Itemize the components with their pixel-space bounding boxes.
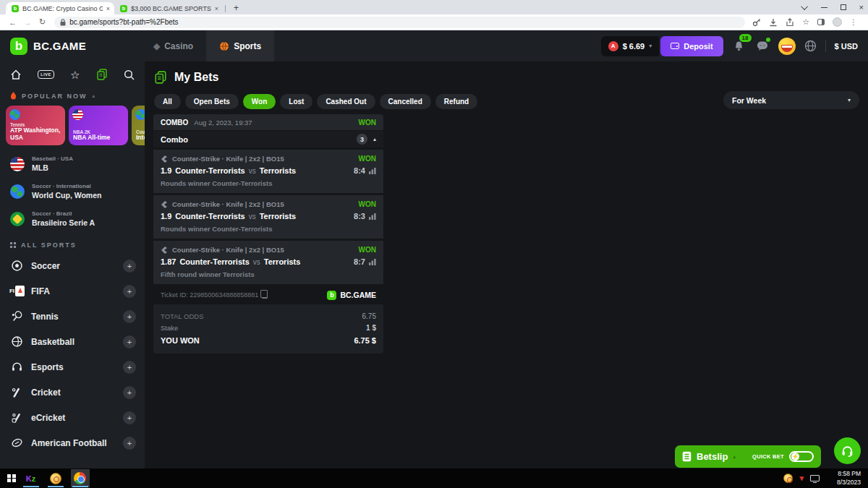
reload-button[interactable]: ↻	[39, 17, 46, 27]
expand-plus-button[interactable]: +	[123, 335, 136, 348]
password-key-icon[interactable]	[752, 18, 761, 27]
browser-profile-avatar[interactable]	[833, 17, 842, 27]
filter-open-bets[interactable]: Open Bets	[185, 94, 239, 109]
app-header: b BC.GAME ◆ Casino Sports A $ 6.69 ▾	[0, 30, 868, 61]
balance-selector[interactable]: A $ 6.69 ▾	[601, 36, 660, 56]
sidebar-item-soccer[interactable]: Soccer +	[0, 253, 145, 278]
expand-plus-button[interactable]: +	[123, 310, 136, 323]
browser-tab-inactive[interactable]: b $3,000 BC.GAME SPORTS PARLA ×	[114, 2, 223, 14]
nav-tab-casino[interactable]: ◆ Casino	[140, 30, 206, 61]
chat-button[interactable]	[755, 40, 770, 51]
tab-close-icon[interactable]: ×	[215, 5, 218, 12]
browser-menu-icon[interactable]: ⋮	[850, 18, 857, 26]
tab-close-icon[interactable]: ×	[106, 5, 110, 12]
nav-tab-sports[interactable]: Sports	[206, 30, 274, 61]
bet-date: Aug 2, 2023, 19:37	[194, 119, 352, 127]
address-bar[interactable]: bc.game/sports?bt-path=%2Fbets	[54, 17, 745, 28]
window-menu-chevron-icon[interactable]	[801, 3, 808, 10]
filter-won[interactable]: Won	[243, 94, 276, 109]
new-tab-button[interactable]: +	[234, 3, 239, 13]
screen: b BC.GAME: Crypto Casino Games × b $3,00…	[0, 0, 868, 488]
sidebar-item-cricket[interactable]: Cricket +	[0, 380, 145, 405]
live-icon[interactable]: LIVE	[38, 70, 54, 79]
taskbar-app-coin[interactable]	[46, 469, 65, 487]
tray-coin-icon[interactable]	[783, 474, 793, 483]
sidebar-item-esports[interactable]: Esports +	[0, 354, 145, 380]
notifications-button[interactable]: 18	[732, 40, 746, 52]
away-team: Terrorists	[260, 166, 297, 175]
filter-cancelled[interactable]: Cancelled	[380, 94, 431, 109]
taskbar-clock[interactable]: 8:58 PM 8/3/2023	[826, 470, 861, 487]
bet-card: COMBO Aug 2, 2023, 19:37 WON Combo 3 ▴ C…	[153, 114, 383, 354]
bet-leg[interactable]: Counter-Strike · Knife | 2x2 | BO15 WON …	[153, 241, 383, 284]
language-globe-icon[interactable]	[804, 40, 817, 52]
card-title: Intel E Maste	[136, 134, 145, 142]
start-button[interactable]	[7, 474, 16, 483]
sidebar-item-basketball[interactable]: Basketball +	[0, 329, 145, 354]
stats-bars-icon[interactable]	[369, 213, 376, 220]
deposit-button[interactable]: Deposit	[660, 36, 723, 56]
taskbar-app-kz[interactable]: Kz	[22, 469, 41, 487]
bet-leg[interactable]: Counter-Strike · Knife | 2x2 | BO15 WON …	[153, 150, 383, 193]
betslip-bar[interactable]: Betslip ▴ QUICK BET ⚡	[675, 445, 821, 468]
expand-plus-button[interactable]: +	[123, 386, 136, 399]
fiat-currency-selector[interactable]: $ USD	[835, 42, 858, 51]
expand-plus-button[interactable]: +	[123, 361, 136, 374]
search-icon[interactable]	[124, 69, 135, 80]
user-avatar[interactable]	[778, 38, 796, 55]
favorites-star-icon[interactable]: ☆	[70, 69, 80, 80]
filter-lost[interactable]: Lost	[280, 94, 312, 109]
balance-value: $ 6.69	[623, 42, 645, 51]
forward-button[interactable]: →	[24, 18, 32, 27]
window-minimize-button[interactable]	[821, 7, 827, 8]
period-dropdown[interactable]: For Week ▾	[723, 91, 859, 109]
main-content: My Bets All Open Bets Won Lost Cashed Ou…	[145, 61, 868, 468]
combo-toggle-row[interactable]: Combo 3 ▴	[153, 131, 383, 147]
back-button[interactable]: ←	[9, 18, 17, 27]
browser-tab-active[interactable]: b BC.GAME: Crypto Casino Games ×	[6, 2, 114, 14]
away-team: Terrorists	[264, 257, 301, 266]
popular-item-world-cup[interactable]: Soccer · International World Cup, Women	[0, 177, 145, 205]
filter-refund[interactable]: Refund	[435, 94, 477, 109]
sport-label: FIFA	[31, 286, 114, 296]
window-restore-button[interactable]	[841, 4, 846, 10]
share-icon[interactable]	[786, 18, 794, 27]
tray-red-icon[interactable]: ▾	[799, 474, 804, 483]
side-panel-icon[interactable]	[817, 19, 825, 25]
filter-all[interactable]: All	[154, 94, 181, 109]
expand-plus-button[interactable]: +	[123, 285, 136, 298]
sidebar-item-fifa[interactable]: FI FIFA +	[0, 278, 145, 304]
bookmark-star-icon[interactable]: ☆	[802, 17, 809, 27]
taskbar-app-chrome[interactable]	[71, 469, 90, 487]
popular-card-csgo[interactable]: Count Intel E Maste	[132, 106, 145, 145]
download-icon[interactable]	[769, 18, 778, 27]
my-bets-icon[interactable]	[96, 69, 108, 80]
copy-icon[interactable]	[262, 292, 268, 299]
soccer-icon	[12, 260, 22, 271]
popular-card-nba2k[interactable]: NBA 2K NBA All-time	[69, 106, 128, 145]
popular-now-header[interactable]: POPULAR NOW ▴	[0, 80, 145, 104]
bet-leg[interactable]: Counter-Strike · Knife | 2x2 | BO15 WON …	[153, 195, 383, 239]
filter-cashed-out[interactable]: Cashed Out	[317, 94, 375, 109]
popular-card-tennis[interactable]: Tennis ATP Washington, USA	[6, 106, 65, 145]
expand-plus-button[interactable]: +	[123, 411, 136, 424]
popular-item-mlb[interactable]: Baseball · USA MLB	[0, 150, 145, 177]
sidebar-item-tennis[interactable]: Tennis +	[0, 304, 145, 329]
running-indicator	[72, 486, 88, 487]
bcgame-logo[interactable]: b BC.GAME	[10, 38, 86, 55]
stats-bars-icon[interactable]	[369, 167, 376, 174]
popular-item-brasileiro[interactable]: Soccer · Brazil Brasileiro Serie A	[0, 205, 145, 232]
support-button[interactable]	[834, 437, 861, 464]
home-icon[interactable]	[10, 69, 22, 80]
sidebar-item-american-football[interactable]: American Football +	[0, 430, 145, 455]
stats-bars-icon[interactable]	[369, 258, 376, 265]
network-icon[interactable]	[810, 475, 820, 481]
sidebar-item-ecricket[interactable]: eCricket +	[0, 405, 145, 430]
quick-bet-toggle[interactable]: ⚡	[789, 451, 814, 462]
bet-status: WON	[359, 119, 376, 127]
sport-label: American Football	[31, 438, 114, 448]
window-close-button[interactable]: ×	[859, 4, 864, 12]
usa-flag-icon	[10, 157, 25, 171]
expand-plus-button[interactable]: +	[123, 437, 136, 450]
expand-plus-button[interactable]: +	[123, 260, 136, 273]
